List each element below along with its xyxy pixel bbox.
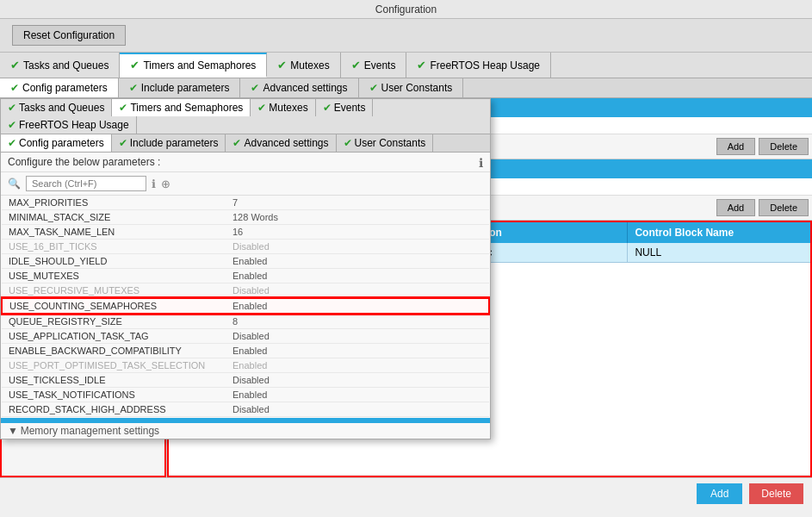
param-row: RECORD_STACK_HIGH_ADDRESSDisabled [2,402,489,417]
overlay-tab-mutexes[interactable]: ✔ Mutexes [251,99,315,116]
overlay-tab-timers[interactable]: ✔ Timers and Semaphores [112,99,251,116]
param-value: Enabled [226,269,489,283]
subtab-label-include: Include parameters [141,82,230,94]
param-name: MAX_PRIORITIES [2,196,226,210]
param-row: ENABLE_BACKWARD_COMPATIBILITYEnabled [2,344,489,358]
param-name: IDLE_SHOULD_YIELD [2,254,226,269]
overlay-subtab-config-label: Config parameters [19,137,104,149]
search-icon: 🔍 [8,178,21,190]
overlay-tab-heap-label: FreeRTOS Heap Usage [19,119,129,131]
param-name: USE_16_BIT_TICKS [2,240,226,254]
overlay-check-heap: ✔ [8,119,16,131]
timer-right-add-btn[interactable]: Add [716,138,756,155]
overlay-check-sub-user: ✔ [344,137,352,149]
overlay-subtab-include[interactable]: ✔ Include parameters [112,134,226,152]
overlay-subtab-row: ✔ Config parameters ✔ Include parameters… [1,134,490,153]
subtab-user-constants[interactable]: ✔ User Constants [359,78,464,97]
param-row: USE_TASK_NOTIFICATIONSEnabled [2,388,489,402]
check-icon-heap: ✔ [417,59,426,72]
param-row: MAX_TASK_NAME_LEN16 [2,225,489,240]
subtab-label-advanced: Advanced settings [263,82,347,94]
overlay-search-row: 🔍 ℹ ⊕ [1,172,490,196]
main-content: Timers —————————— Timer Name Ca... Add D… [0,98,812,477]
binary-right-delete-btn[interactable]: Delete [759,199,809,216]
param-value: Enabled [226,254,489,269]
help-icon-1[interactable]: ℹ [152,178,156,190]
check-icon-events: ✔ [351,59,361,72]
overlay-check-timers: ✔ [119,102,127,114]
param-row: QUEUE_REGISTRY_SIZE8 [2,314,489,329]
param-value: 8 [226,314,489,329]
overlay-tab-timers-label: Timers and Semaphores [130,102,243,114]
param-value: Enabled [226,298,489,314]
check-icon-timers: ✔ [130,59,139,72]
subtab-include[interactable]: ✔ Include parameters [119,78,241,97]
overlay-tab-heap[interactable]: ✔ FreeRTOS Heap Usage [1,116,137,134]
param-row: MINIMAL_STACK_SIZE128 Words [2,210,489,225]
params-table-container: MAX_PRIORITIES7MINIMAL_STACK_SIZE128 Wor… [1,196,490,417]
param-name: USE_TICKLESS_IDLE [2,373,226,388]
param-value: Enabled [226,388,489,402]
subtab-config[interactable]: ✔ Config parameters [0,78,119,97]
param-row: USE_TICKLESS_IDLEDisabled [2,373,489,388]
overlay-subtab-user[interactable]: ✔ User Constants [337,134,434,152]
param-name: USE_COUNTING_SEMAPHORES [2,298,226,314]
subtab-advanced[interactable]: ✔ Advanced settings [240,78,358,97]
param-name: USE_RECURSIVE_MUTEXES [2,283,226,299]
search-input[interactable] [26,176,146,191]
param-name: RECORD_STACK_HIGH_ADDRESS [2,402,226,417]
subtab-label-config: Config parameters [22,82,108,94]
reset-bar: Reset Configuration [0,19,812,53]
help-icon-2[interactable]: ⊕ [161,178,170,190]
param-value: 7 [226,196,489,210]
tab-tasks-queues[interactable]: ✔ Tasks and Queues [0,53,120,78]
binary-right-add-btn[interactable]: Add [716,199,756,216]
param-row: USE_APPLICATION_TASK_TAGDisabled [2,329,489,344]
check-icon-config: ✔ [10,82,19,94]
param-row: USE_16_BIT_TICKSDisabled [2,240,489,254]
overlay-check-sub-advanced: ✔ [232,137,241,149]
param-name: USE_MUTEXES [2,269,226,283]
overlay-tab-events[interactable]: ✔ Events [316,99,374,116]
tab-freertos-heap[interactable]: ✔ FreeRTOS Heap Usage [406,53,551,78]
check-icon-user: ✔ [369,82,378,94]
param-name: QUEUE_REGISTRY_SIZE [2,314,226,329]
param-value: Disabled [226,373,489,388]
tab-events[interactable]: ✔ Events [341,53,407,78]
overlay-subtab-advanced[interactable]: ✔ Advanced settings [226,134,336,152]
overlay-check-mutexes: ✔ [257,102,266,114]
param-row: IDLE_SHOULD_YIELDEnabled [2,254,489,269]
param-name: USE_TASK_NOTIFICATIONS [2,388,226,402]
overlay-tab-tasks-label: Tasks and Queues [19,102,104,114]
add-button[interactable]: Add [697,483,742,504]
param-value: Enabled [226,344,489,358]
control-block-header: Control Block Name [628,222,810,243]
chevron-down-icon: ▼ [8,425,18,437]
tab-label-timers: Timers and Semaphores [143,59,256,72]
overlay-check-sub-config: ✔ [8,137,16,149]
overlay-desc: Configure the below parameters : ℹ [1,153,490,172]
timer-right-delete-btn[interactable]: Delete [759,138,809,155]
param-row: USE_COUNTING_SEMAPHORESEnabled [2,298,489,314]
tab-label-heap: FreeRTOS Heap Usage [430,59,540,72]
tab-label-events: Events [364,59,396,72]
tab-label-tasks: Tasks and Queues [23,59,108,72]
overlay-tab-row: ✔ Tasks and Queues ✔ Timers and Semaphor… [1,99,490,134]
check-icon-include: ✔ [129,82,138,94]
param-name: USE_PORT_OPTIMISED_TASK_SELECTION [2,358,226,373]
info-icon: ℹ [479,156,483,170]
bottom-action-bar: Add Delete [0,477,812,509]
tab-timers-semaphores[interactable]: ✔ Timers and Semaphores [120,53,267,78]
overlay-subtab-include-label: Include parameters [130,137,219,149]
delete-button[interactable]: Delete [749,483,803,504]
overlay-check-tasks: ✔ [8,102,16,114]
reset-config-button[interactable]: Reset Configuration [12,25,126,46]
param-row: USE_RECURSIVE_MUTEXESDisabled [2,283,489,299]
param-value: Disabled [226,329,489,344]
tab-mutexes[interactable]: ✔ Mutexes [267,53,340,78]
overlay-tab-mutexes-label: Mutexes [269,102,307,114]
overlay-desc-text: Configure the below parameters : [8,156,160,168]
overlay-tab-tasks[interactable]: ✔ Tasks and Queues [1,99,112,116]
overlay-subtab-config[interactable]: ✔ Config parameters [1,134,112,152]
param-value: Disabled [226,402,489,417]
